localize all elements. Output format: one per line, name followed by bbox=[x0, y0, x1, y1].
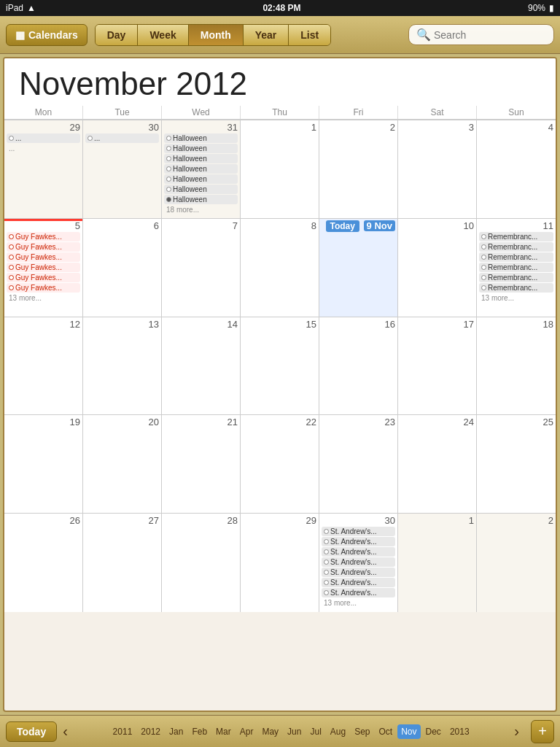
event-remembrance-2[interactable]: Remembranc... bbox=[479, 242, 553, 252]
day-num-nov4: 4 bbox=[479, 122, 553, 133]
day-cell-nov27[interactable]: 27 bbox=[83, 514, 162, 612]
day-cell-nov16[interactable]: 16 bbox=[319, 317, 398, 415]
event-halloween-5[interactable]: Halloween bbox=[164, 174, 238, 184]
day-cell-oct31[interactable]: 31 Halloween Halloween Halloween Hallowe… bbox=[162, 120, 241, 218]
event-remembrance-4[interactable]: Remembranc... bbox=[479, 263, 553, 272]
event-standrew-6[interactable]: St. Andrew's... bbox=[322, 578, 395, 587]
search-input[interactable] bbox=[434, 29, 546, 41]
event-guyfawkes-1[interactable]: Guy Fawkes... bbox=[7, 232, 80, 241]
event-guyfawkes-4[interactable]: Guy Fawkes... bbox=[7, 263, 80, 272]
month-may[interactable]: May bbox=[258, 724, 282, 739]
next-arrow-button[interactable]: › bbox=[508, 720, 525, 743]
event-standrew-1[interactable]: St. Andrew's... bbox=[322, 527, 395, 536]
event-oct29-1[interactable]: ... bbox=[7, 133, 80, 143]
day-cell-nov5[interactable]: 5 Guy Fawkes... Guy Fawkes... Guy Fawkes… bbox=[4, 219, 83, 317]
calendars-button[interactable]: ▦ Calendars bbox=[6, 24, 88, 46]
day-cell-nov22[interactable]: 22 bbox=[241, 415, 319, 513]
event-oct30-1[interactable]: ... bbox=[85, 133, 159, 143]
day-cell-nov30[interactable]: 30 St. Andrew's... St. Andrew's... St. A… bbox=[319, 514, 398, 612]
event-standrew-4[interactable]: St. Andrew's... bbox=[322, 557, 395, 567]
day-cell-nov13[interactable]: 13 bbox=[83, 317, 162, 415]
month-nov[interactable]: Nov bbox=[397, 724, 420, 739]
day-cell-nov11[interactable]: 11 Remembranc... Remembranc... Remembran… bbox=[477, 219, 556, 317]
day-cell-nov6[interactable]: 6 bbox=[83, 219, 162, 317]
day-cell-nov3[interactable]: 3 bbox=[398, 120, 477, 218]
day-cell-nov29[interactable]: 29 bbox=[241, 514, 319, 612]
day-cell-nov19[interactable]: 19 bbox=[4, 415, 83, 513]
month-apr[interactable]: Apr bbox=[236, 724, 257, 739]
event-guyfawkes-5[interactable]: Guy Fawkes... bbox=[7, 273, 80, 282]
day-cell-nov10[interactable]: 10 bbox=[398, 219, 477, 317]
more-nov11[interactable]: 13 more... bbox=[479, 293, 553, 303]
event-dot bbox=[166, 146, 171, 151]
event-halloween-1[interactable]: Halloween bbox=[164, 133, 238, 143]
day-cell-oct29[interactable]: 29 ... ... bbox=[4, 120, 83, 218]
view-year-button[interactable]: Year bbox=[244, 25, 289, 45]
day-cell-nov25[interactable]: 25 bbox=[477, 415, 556, 513]
event-dot bbox=[324, 560, 329, 565]
view-week-button[interactable]: Week bbox=[138, 25, 188, 45]
more-oct31[interactable]: 18 more... bbox=[164, 205, 238, 214]
event-standrew-2[interactable]: St. Andrew's... bbox=[322, 537, 395, 546]
prev-arrow-button[interactable]: ‹ bbox=[57, 720, 74, 743]
more-nov5[interactable]: 13 more... bbox=[7, 293, 80, 303]
add-event-button[interactable]: + bbox=[531, 720, 554, 743]
day-cell-nov24[interactable]: 24 bbox=[398, 415, 477, 513]
event-halloween-4[interactable]: Halloween bbox=[164, 164, 238, 174]
day-cell-nov21[interactable]: 21 bbox=[162, 415, 241, 513]
event-guyfawkes-3[interactable]: Guy Fawkes... bbox=[7, 252, 80, 262]
event-halloween-6[interactable]: Halloween bbox=[164, 185, 238, 194]
month-aug[interactable]: Aug bbox=[327, 724, 349, 739]
event-remembrance-5[interactable]: Remembranc... bbox=[479, 273, 553, 282]
event-guyfawkes-6[interactable]: Guy Fawkes... bbox=[7, 283, 80, 293]
day-cell-nov28[interactable]: 28 bbox=[162, 514, 241, 612]
year-2013[interactable]: 2013 bbox=[446, 724, 473, 739]
day-header-tue: Tue bbox=[83, 106, 162, 119]
view-day-button[interactable]: Day bbox=[96, 25, 139, 45]
day-cell-nov18[interactable]: 18 bbox=[477, 317, 556, 415]
more-oct29[interactable]: ... bbox=[7, 144, 80, 153]
view-list-button[interactable]: List bbox=[289, 25, 330, 45]
month-sep[interactable]: Sep bbox=[351, 724, 373, 739]
day-cell-nov2[interactable]: 2 bbox=[319, 120, 398, 218]
month-oct[interactable]: Oct bbox=[376, 724, 397, 739]
event-dot bbox=[324, 580, 329, 585]
month-jun[interactable]: Jun bbox=[284, 724, 305, 739]
day-cell-nov26[interactable]: 26 bbox=[4, 514, 83, 612]
year-2012[interactable]: 2012 bbox=[137, 724, 164, 739]
day-cell-nov9[interactable]: Today 9 Nov bbox=[319, 219, 398, 317]
event-remembrance-3[interactable]: Remembranc... bbox=[479, 252, 553, 262]
day-cell-oct30[interactable]: 30 ... bbox=[83, 120, 162, 218]
event-halloween-7[interactable]: Halloween bbox=[164, 195, 238, 204]
event-remembrance-1[interactable]: Remembranc... bbox=[479, 232, 553, 241]
event-guyfawkes-2[interactable]: Guy Fawkes... bbox=[7, 242, 80, 252]
search-box[interactable]: 🔍 bbox=[408, 24, 554, 45]
month-mar[interactable]: Mar bbox=[212, 724, 235, 739]
day-cell-nov1[interactable]: 1 bbox=[241, 120, 319, 218]
day-cell-nov4[interactable]: 4 bbox=[477, 120, 556, 218]
day-cell-nov7[interactable]: 7 bbox=[162, 219, 241, 317]
month-dec[interactable]: Dec bbox=[422, 724, 445, 739]
event-remembrance-6[interactable]: Remembranc... bbox=[479, 283, 553, 293]
event-halloween-3[interactable]: Halloween bbox=[164, 154, 238, 163]
day-cell-nov17[interactable]: 17 bbox=[398, 317, 477, 415]
month-jan[interactable]: Jan bbox=[166, 724, 187, 739]
day-cell-nov8[interactable]: 8 bbox=[241, 219, 319, 317]
year-2011[interactable]: 2011 bbox=[109, 724, 136, 739]
month-jul[interactable]: Jul bbox=[306, 724, 324, 739]
day-cell-nov14[interactable]: 14 bbox=[162, 317, 241, 415]
day-cell-dec2[interactable]: 2 bbox=[477, 514, 556, 612]
day-cell-nov20[interactable]: 20 bbox=[83, 415, 162, 513]
day-cell-dec1[interactable]: 1 bbox=[398, 514, 477, 612]
event-halloween-2[interactable]: Halloween bbox=[164, 144, 238, 153]
event-standrew-5[interactable]: St. Andrew's... bbox=[322, 568, 395, 577]
event-standrew-3[interactable]: St. Andrew's... bbox=[322, 547, 395, 557]
day-cell-nov23[interactable]: 23 bbox=[319, 415, 398, 513]
event-standrew-7[interactable]: St. Andrew's... bbox=[322, 588, 395, 597]
day-cell-nov15[interactable]: 15 bbox=[241, 317, 319, 415]
view-month-button[interactable]: Month bbox=[189, 25, 244, 45]
day-cell-nov12[interactable]: 12 bbox=[4, 317, 83, 415]
month-feb[interactable]: Feb bbox=[188, 724, 211, 739]
today-button[interactable]: Today bbox=[6, 721, 57, 742]
more-nov30[interactable]: 13 more... bbox=[322, 598, 395, 608]
